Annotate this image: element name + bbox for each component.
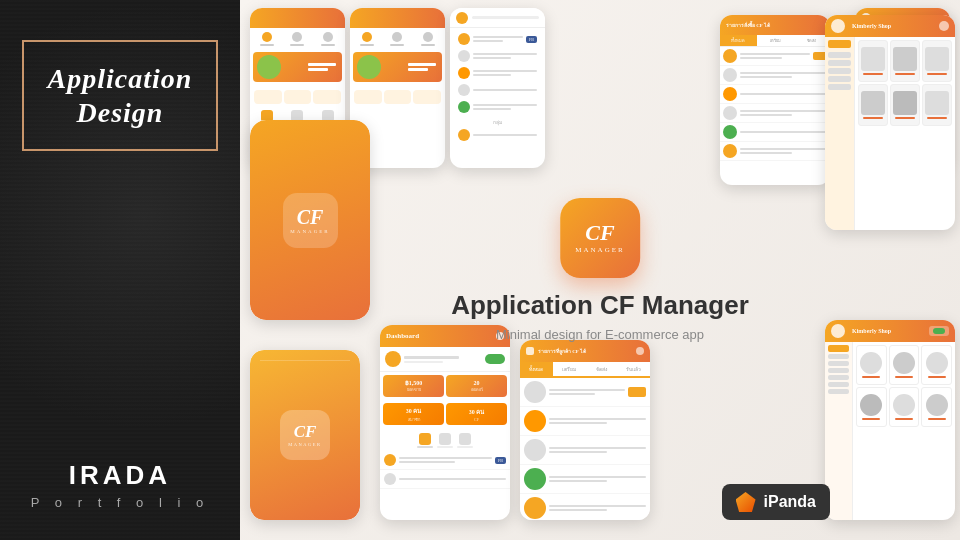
cf-text: CF [585,222,614,244]
phone-mockup-3: FB [450,8,545,168]
left-panel: Application Design IRADA P o r t f o l i… [0,0,240,540]
portfolio-section: IRADA P o r t f o l i o [31,460,209,510]
phone-mockup-cf-orange2: CF MANAGER [250,350,360,520]
app-subtitle: Minimal design for E-commerce app [451,327,749,342]
portfolio-label: P o r t f o l i o [31,495,209,510]
phone-mockup-order: รายการสั่งซื้อ CF ได้ ทั้งหมด เตรียม จัด… [720,15,830,185]
ipanda-label: iPanda [764,493,816,511]
page-title-line1: Application Design [48,62,193,129]
phone-mockup-cf-large: CF MANAGER [250,120,370,320]
sketch-icon [736,492,756,512]
portfolio-name: IRADA [31,460,209,491]
phone-mockup-dashboard: Dashboard ฿1,500 ยอดขาย 20 ออเดอร์ [380,325,510,520]
phone-mockup-products: Kimberly Shop [825,15,955,230]
phone-mockup-report: รายการที่ลูกค้า CF ได้ ทั้งหมด เตรียม จั… [520,340,650,520]
ipanda-badge: iPanda [722,484,830,520]
phone-mockup-shop: Kimberly Shop [825,320,955,520]
manager-text: MANAGER [575,246,624,254]
title-box: Application Design [22,40,219,151]
app-main-title: Application CF Manager [451,290,749,321]
center-content: CF MANAGER Application CF Manager Minima… [451,198,749,342]
app-icon: CF MANAGER [560,198,640,278]
right-panel: FB [240,0,960,540]
